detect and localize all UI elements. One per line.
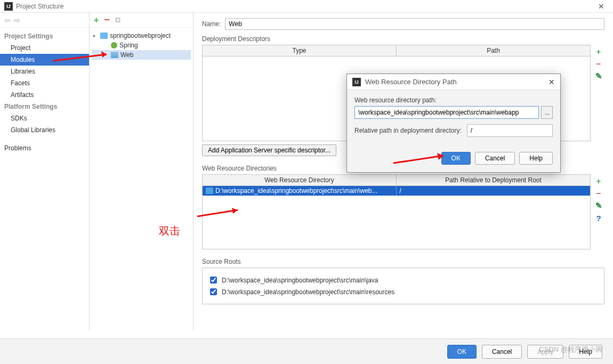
folder-icon xyxy=(206,188,213,194)
tree-item-web[interactable]: Web xyxy=(92,50,191,60)
source-root-row[interactable]: D:\workspace_idea\springbootwebproject\s… xyxy=(208,287,599,297)
wrd-remove-icon[interactable]: − xyxy=(596,189,601,198)
tree-item-label: Spring xyxy=(119,42,138,49)
facet-name-input[interactable] xyxy=(225,18,604,30)
sidebar-nav-toolbar: ⇦ ⇨ xyxy=(0,13,89,28)
wrd-edit-icon[interactable]: ✎ xyxy=(595,201,602,211)
window-title: Project Structure xyxy=(16,3,63,10)
tree-item-label: Web xyxy=(120,51,133,59)
dd-add-icon[interactable]: + xyxy=(596,47,601,56)
sidebar-item-modules[interactable]: Modules xyxy=(0,54,89,66)
folder-icon xyxy=(100,33,108,39)
source-root-row[interactable]: D:\workspace_idea\springbootwebproject\s… xyxy=(208,275,599,285)
name-label: Name: xyxy=(202,20,221,28)
web-resource-path-input[interactable] xyxy=(354,106,539,119)
dd-remove-icon[interactable]: − xyxy=(596,59,601,68)
modal-close-icon[interactable]: ✕ xyxy=(549,78,555,86)
source-root-path: D:\workspace_idea\springbootwebproject\s… xyxy=(222,277,378,284)
settings-sidebar: ⇦ ⇨ Project Settings Project Modules Lib… xyxy=(0,13,90,330)
window-close-button[interactable]: ✕ xyxy=(594,2,609,11)
help-button[interactable]: Help xyxy=(569,345,602,359)
module-tree-panel: + − ⧉ ▾ springbootwebproject Spring Web xyxy=(90,13,193,330)
sidebar-item-artifacts[interactable]: Artifacts xyxy=(0,89,89,101)
source-root-path: D:\workspace_idea\springbootwebproject\s… xyxy=(222,288,394,296)
sidebar-item-problems[interactable]: Problems xyxy=(0,142,89,154)
app-icon: IJ xyxy=(352,78,361,86)
section-platform-settings: Platform Settings xyxy=(0,101,89,112)
wrd-dir-cell: D:\workspace_idea\springbootwebproject\s… xyxy=(215,187,377,195)
sidebar-item-sdks[interactable]: SDKs xyxy=(0,112,89,124)
add-appserver-descriptor-button[interactable]: Add Application Server specific descript… xyxy=(202,144,336,156)
wrd-col-dir: Web Resource Directory xyxy=(203,175,397,185)
tree-item-spring[interactable]: Spring xyxy=(92,41,191,50)
spring-icon xyxy=(111,42,117,48)
web-resource-path-dialog: IJ Web Resource Directory Path ✕ Web res… xyxy=(346,74,561,173)
sidebar-item-facets[interactable]: Facets xyxy=(0,77,89,89)
section-project-settings: Project Settings xyxy=(0,30,89,42)
browse-button[interactable]: ... xyxy=(541,106,553,119)
modal-cancel-button[interactable]: Cancel xyxy=(475,152,515,165)
wrd-add-icon[interactable]: + xyxy=(596,176,601,185)
dialog-button-bar: OK Cancel Apply Help xyxy=(0,338,613,364)
nav-back-icon[interactable]: ⇦ xyxy=(4,16,11,25)
sidebar-item-libraries[interactable]: Libraries xyxy=(0,66,89,77)
wrd-help-icon[interactable]: ? xyxy=(596,214,601,223)
sidebar-item-global-libraries[interactable]: Global Libraries xyxy=(0,124,89,136)
nav-forward-icon[interactable]: ⇨ xyxy=(14,16,20,25)
source-roots-label: Source Roots xyxy=(202,258,604,265)
chevron-down-icon[interactable]: ▾ xyxy=(93,33,98,39)
tree-toolbar: + − ⧉ xyxy=(90,13,193,28)
wrd-col-rel: Path Relative to Deployment Root xyxy=(397,175,590,185)
wrd-rel-cell: / xyxy=(397,186,591,196)
source-root-checkbox[interactable] xyxy=(210,288,217,295)
add-module-icon[interactable]: + xyxy=(94,15,99,25)
modal-ok-button[interactable]: OK xyxy=(441,152,471,165)
wrd-side-toolbar: + − ✎ ? xyxy=(593,174,604,249)
modal-path-label: Web resource directory path: xyxy=(354,96,553,104)
web-resource-dirs-table: Web Resource Directory Path Relative to … xyxy=(202,174,591,249)
web-icon xyxy=(111,52,118,58)
titlebar: IJ Project Structure ✕ xyxy=(0,0,613,13)
wrd-table-row[interactable]: D:\workspace_idea\springbootwebproject\s… xyxy=(203,186,590,196)
tree-root-label: springbootwebproject xyxy=(110,32,171,39)
dd-col-path: Path xyxy=(397,45,590,56)
dd-side-toolbar: + − ✎ xyxy=(593,45,604,141)
dd-edit-icon[interactable]: ✎ xyxy=(595,71,602,81)
dd-col-type: Type xyxy=(203,45,397,56)
app-icon: IJ xyxy=(4,2,13,11)
modal-relative-label: Relative path in deployment directory: xyxy=(354,127,462,134)
remove-module-icon[interactable]: − xyxy=(104,14,110,26)
ok-button[interactable]: OK xyxy=(447,345,477,359)
deployment-descriptors-label: Deployment Descriptors xyxy=(202,35,604,43)
source-root-checkbox[interactable] xyxy=(210,277,217,284)
source-roots-panel: D:\workspace_idea\springbootwebproject\s… xyxy=(202,268,604,304)
sidebar-item-project[interactable]: Project xyxy=(0,42,89,54)
copy-module-icon[interactable]: ⧉ xyxy=(115,15,120,25)
tree-root[interactable]: ▾ springbootwebproject xyxy=(92,31,191,41)
apply-button[interactable]: Apply xyxy=(527,345,563,359)
cancel-button[interactable]: Cancel xyxy=(482,345,522,359)
modal-help-button[interactable]: Help xyxy=(519,152,553,165)
modal-title: Web Resource Directory Path xyxy=(365,78,457,86)
relative-path-input[interactable] xyxy=(467,124,553,137)
